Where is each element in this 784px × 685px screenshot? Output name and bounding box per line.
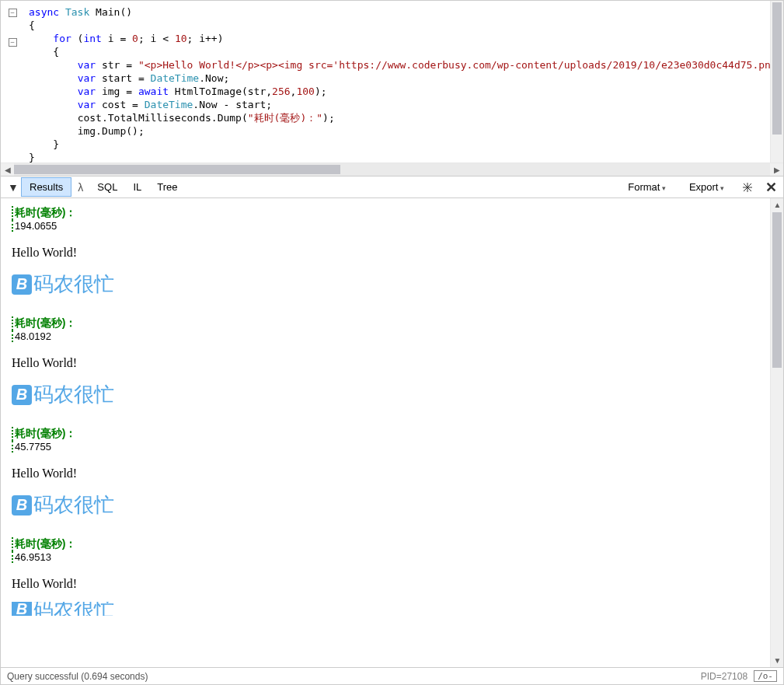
format-dropdown[interactable]: Format [620,178,674,196]
fold-icon[interactable]: − [9,38,17,47]
scrollbar-thumb[interactable] [772,212,782,368]
logo-b-icon: B [12,602,32,616]
logo-b-icon: B [12,274,32,295]
tab-sql[interactable]: SQL [89,178,125,196]
results-pane: 耗时(毫秒)： 194.0655 Hello World! B 码农很忙 耗时(… [1,198,770,667]
timing-value: 45.7755 [12,441,759,453]
timing-label: 耗时(毫秒)： [12,427,759,441]
scroll-up-icon[interactable]: ▲ [771,198,783,211]
result-block: 耗时(毫秒)： 45.7755 Hello World! B 码农很忙 [12,427,759,519]
logo-text: 码农很忙 [33,381,114,408]
scrollbar-thumb[interactable] [772,2,782,135]
logo-text: 码农很忙 [33,271,114,298]
fold-icon[interactable]: − [9,9,17,17]
tab-tree[interactable]: Tree [149,178,185,196]
tab-lambda[interactable]: λ [71,178,89,197]
scroll-right-icon[interactable]: ▶ [770,163,783,176]
scrollbar-thumb[interactable] [14,165,340,174]
status-text: Query successful (0.694 seconds) [7,671,148,682]
logo-text: 码农很忙 [33,602,114,616]
editor-vertical-scrollbar[interactable] [770,1,783,163]
code-area[interactable]: async Task Main() { for (int i = 0; i < … [24,1,770,163]
close-icon[interactable]: ✕ [763,180,779,195]
hello-text: Hello World! [12,356,759,370]
logo-image: B 码农很忙 [12,381,759,408]
hello-text: Hello World! [12,467,759,481]
status-mode[interactable]: /o- [754,670,777,682]
timing-label: 耗时(毫秒)： [12,206,759,220]
logo-image: B 码农很忙 [12,491,759,519]
editor-horizontal-scrollbar[interactable]: ◀ ▶ [1,163,783,176]
logo-b-icon: B [12,495,32,515]
logo-b-icon: B [12,385,32,405]
result-block: 耗时(毫秒)： 48.0192 Hello World! B 码农很忙 [12,316,759,408]
result-block: 耗时(毫秒)： 194.0655 Hello World! B 码农很忙 [12,206,759,298]
results-vertical-scrollbar[interactable]: ▲ ▼ [770,198,783,667]
logo-text: 码农很忙 [33,491,114,519]
timing-label: 耗时(毫秒)： [12,537,759,551]
scroll-down-icon[interactable]: ▼ [771,654,783,667]
tab-results[interactable]: Results [21,177,71,197]
collapse-icon[interactable]: ▼ [5,180,21,195]
result-block: 耗时(毫秒)： 46.9513 Hello World! B 码农很忙 [12,537,759,616]
editor-gutter: − − [1,1,24,163]
timing-label: 耗时(毫秒)： [12,316,759,330]
timing-value: 48.0192 [12,330,759,342]
status-bar: Query successful (0.694 seconds) PID=271… [1,667,783,684]
hello-text: Hello World! [12,246,759,260]
autoscroll-icon[interactable] [740,180,755,195]
results-tabbar: ▼ Results λ SQL IL Tree Format Export ✕ [1,176,783,198]
hello-text: Hello World! [12,577,759,591]
code-editor: − − async Task Main() { for (int i = 0; … [1,1,783,176]
export-dropdown[interactable]: Export [681,178,732,196]
logo-image: B 码农很忙 [12,271,759,298]
timing-value: 46.9513 [12,551,759,563]
tab-il[interactable]: IL [125,178,149,196]
logo-image: B 码农很忙 [12,602,759,616]
scroll-left-icon[interactable]: ◀ [1,163,14,176]
timing-value: 194.0655 [12,220,759,232]
status-pid: PID=27108 [701,671,747,682]
